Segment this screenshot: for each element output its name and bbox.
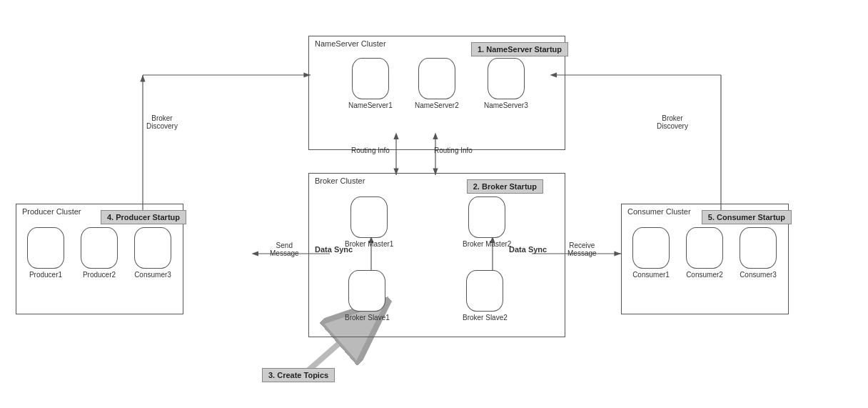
- broker-slave1-shape: [348, 270, 385, 312]
- broker-slave1-label: Broker Slave1: [345, 314, 390, 322]
- create-topics-badge: 3. Create Topics: [262, 368, 335, 382]
- consumer1-label: Consumer1: [632, 271, 670, 279]
- producer1-node: Producer1: [27, 227, 64, 279]
- broker-slave2-shape: [466, 270, 503, 312]
- broker-slave2-label: Broker Slave2: [463, 314, 508, 322]
- broker-master2-label: Broker Master2: [463, 240, 511, 248]
- broker-discovery-left-label: BrokerDiscovery: [146, 114, 178, 130]
- producer1-shape: [27, 227, 64, 269]
- nameserver1-node: NameServer1: [348, 58, 393, 109]
- nameserver1-shape: [352, 58, 389, 99]
- receive-message-label: ReceiveMessage: [567, 242, 597, 257]
- consumer-cluster-label: Consumer Cluster: [627, 207, 691, 216]
- broker-startup-badge: 2. Broker Startup: [467, 179, 543, 194]
- send-message-label: SendMessage: [270, 242, 299, 257]
- producer2-label: Producer2: [83, 271, 116, 279]
- consumer-startup-badge: 5. Consumer Startup: [702, 210, 792, 224]
- consumer-cluster: Consumer Cluster 5. Consumer Startup Con…: [621, 204, 789, 314]
- consumer1-shape: [632, 227, 670, 269]
- data-sync-right-label: Data Sync: [509, 245, 547, 254]
- nameserver3-shape: [488, 58, 525, 99]
- broker-cluster-label: Broker Cluster: [315, 176, 365, 185]
- producer-startup-badge: 4. Producer Startup: [101, 210, 186, 224]
- nameserver3-label: NameServer3: [484, 101, 528, 109]
- broker-slave2-node: Broker Slave2: [463, 270, 508, 322]
- broker-master1-node: Broker Master1: [345, 196, 393, 248]
- broker-slave1-node: Broker Slave1: [345, 270, 390, 322]
- producer2-shape: [81, 227, 118, 269]
- consumer2-label: Consumer2: [686, 271, 723, 279]
- nameserver1-label: NameServer1: [348, 101, 393, 109]
- broker-discovery-right-label: BrokerDiscovery: [657, 114, 688, 130]
- broker-master2-node: Broker Master2: [463, 196, 511, 248]
- consumer2-shape: [686, 227, 723, 269]
- diagram-container: NameServer Cluster 1. NameServer Startup…: [0, 0, 868, 408]
- consumer1-node: Consumer1: [632, 227, 670, 279]
- routing-info-left-label: Routing Info: [351, 146, 390, 154]
- broker-master1-shape: [350, 196, 388, 238]
- broker-cluster: Broker Cluster 2. Broker Startup Broker …: [308, 173, 565, 337]
- nameserver-cluster-label: NameServer Cluster: [315, 39, 386, 48]
- nameserver2-label: NameServer2: [415, 101, 459, 109]
- producer-cluster: Producer Cluster 4. Producer Startup Pro…: [16, 204, 183, 314]
- nameserver2-shape: [418, 58, 455, 99]
- nameserver2-node: NameServer2: [415, 58, 459, 109]
- producer2-node: Producer2: [81, 227, 118, 279]
- routing-info-right-label: Routing Info: [434, 146, 473, 154]
- broker-master2-shape: [468, 196, 505, 238]
- producer-consumer3-node: Consumer3: [134, 227, 171, 279]
- producer-consumer3-shape: [134, 227, 171, 269]
- nameserver-cluster: NameServer Cluster 1. NameServer Startup…: [308, 36, 565, 150]
- consumer3-label: Consumer3: [740, 271, 777, 279]
- producer-consumer3-label: Consumer3: [134, 271, 171, 279]
- consumer3-shape: [740, 227, 777, 269]
- data-sync-left-label: Data Sync: [315, 245, 353, 254]
- consumer2-node: Consumer2: [686, 227, 723, 279]
- nameserver3-node: NameServer3: [484, 58, 528, 109]
- nameserver-startup-badge: 1. NameServer Startup: [471, 42, 568, 56]
- producer1-label: Producer1: [29, 271, 62, 279]
- consumer3-node: Consumer3: [740, 227, 777, 279]
- producer-cluster-label: Producer Cluster: [22, 207, 81, 216]
